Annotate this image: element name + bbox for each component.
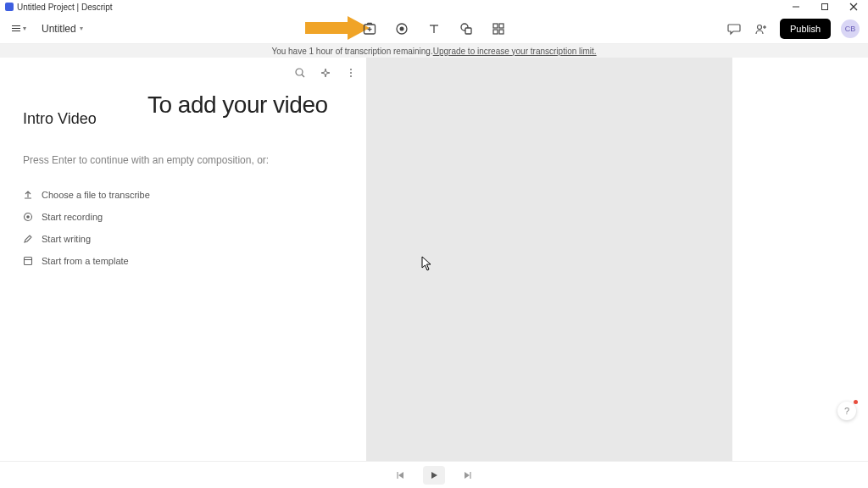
window-close[interactable] bbox=[839, 0, 868, 14]
upload-icon bbox=[23, 190, 33, 200]
project-name-label: Untitled bbox=[42, 23, 76, 35]
svg-point-27 bbox=[26, 215, 30, 219]
svg-marker-33 bbox=[465, 472, 470, 479]
svg-marker-32 bbox=[431, 472, 437, 479]
option-choose-file[interactable]: Choose a file to transcribe bbox=[23, 190, 150, 200]
window-title: Untitled Project | Descript bbox=[17, 3, 113, 12]
text-tool-button[interactable] bbox=[426, 20, 442, 37]
skip-forward-button[interactable] bbox=[457, 466, 479, 485]
svg-rect-1 bbox=[822, 4, 828, 10]
playback-bar bbox=[0, 461, 868, 488]
record-button[interactable] bbox=[393, 20, 410, 37]
chevron-down-icon: ▾ bbox=[80, 25, 83, 32]
skip-back-button[interactable] bbox=[389, 466, 411, 485]
svg-point-24 bbox=[350, 72, 352, 74]
avatar[interactable]: CB bbox=[841, 19, 860, 38]
transcription-banner: You have 1 hour of transcription remaini… bbox=[0, 44, 868, 58]
template-icon bbox=[23, 256, 33, 266]
svg-rect-13 bbox=[465, 28, 471, 34]
banner-text: You have 1 hour of transcription remaini… bbox=[271, 47, 432, 56]
upgrade-link[interactable]: Upgrade to increase your transcription l… bbox=[433, 47, 597, 56]
project-name-dropdown[interactable]: Untitled ▾ bbox=[38, 19, 86, 38]
composition-title[interactable]: Intro Video bbox=[23, 110, 97, 128]
svg-line-22 bbox=[302, 75, 304, 77]
chevron-down-icon: ▾ bbox=[23, 25, 26, 32]
window-minimize[interactable] bbox=[782, 0, 810, 14]
empty-composition-hint: Press Enter to continue with an empty co… bbox=[23, 154, 269, 166]
add-media-button[interactable] bbox=[361, 20, 378, 37]
help-button[interactable]: ? bbox=[837, 402, 856, 420]
option-label: Choose a file to transcribe bbox=[42, 190, 150, 200]
main-area: To add your video Intro Video Press Ente… bbox=[0, 58, 868, 461]
pencil-icon bbox=[23, 234, 33, 244]
share-button[interactable] bbox=[753, 20, 770, 37]
script-panel: To add your video Intro Video Press Ente… bbox=[0, 58, 366, 461]
publish-button[interactable]: Publish bbox=[780, 19, 831, 39]
option-start-writing[interactable]: Start writing bbox=[23, 234, 150, 244]
play-button[interactable] bbox=[423, 466, 445, 485]
more-menu-icon[interactable] bbox=[344, 66, 358, 80]
app-icon bbox=[5, 3, 14, 11]
svg-point-23 bbox=[350, 69, 352, 70]
option-label: Start from a template bbox=[42, 256, 129, 266]
svg-rect-17 bbox=[499, 30, 504, 34]
svg-marker-31 bbox=[398, 472, 403, 479]
svg-point-21 bbox=[296, 69, 303, 75]
comments-button[interactable] bbox=[726, 20, 743, 37]
option-start-recording[interactable]: Start recording bbox=[23, 212, 150, 222]
sidebar-toggle[interactable]: ▾ bbox=[8, 21, 30, 36]
svg-rect-28 bbox=[25, 258, 32, 265]
search-icon[interactable] bbox=[293, 66, 307, 80]
option-label: Start recording bbox=[42, 212, 103, 222]
svg-rect-15 bbox=[499, 24, 504, 28]
option-start-template[interactable]: Start from a template bbox=[23, 256, 150, 266]
svg-point-18 bbox=[757, 25, 761, 29]
sparkle-icon[interactable] bbox=[319, 66, 332, 80]
shapes-tool-button[interactable] bbox=[458, 20, 475, 37]
svg-rect-16 bbox=[493, 30, 498, 34]
svg-point-25 bbox=[350, 75, 352, 77]
canvas-area[interactable] bbox=[366, 58, 732, 461]
svg-point-9 bbox=[400, 26, 404, 30]
main-toolbar: ▾ Untitled ▾ Publish bbox=[0, 14, 868, 44]
window-titlebar: Untitled Project | Descript bbox=[0, 0, 868, 14]
window-maximize[interactable] bbox=[810, 0, 839, 14]
script-heading: To add your video bbox=[147, 92, 328, 119]
option-label: Start writing bbox=[42, 234, 91, 244]
svg-rect-14 bbox=[493, 24, 498, 28]
svg-marker-4 bbox=[305, 16, 370, 40]
templates-button[interactable] bbox=[490, 20, 507, 37]
record-icon bbox=[23, 212, 33, 222]
